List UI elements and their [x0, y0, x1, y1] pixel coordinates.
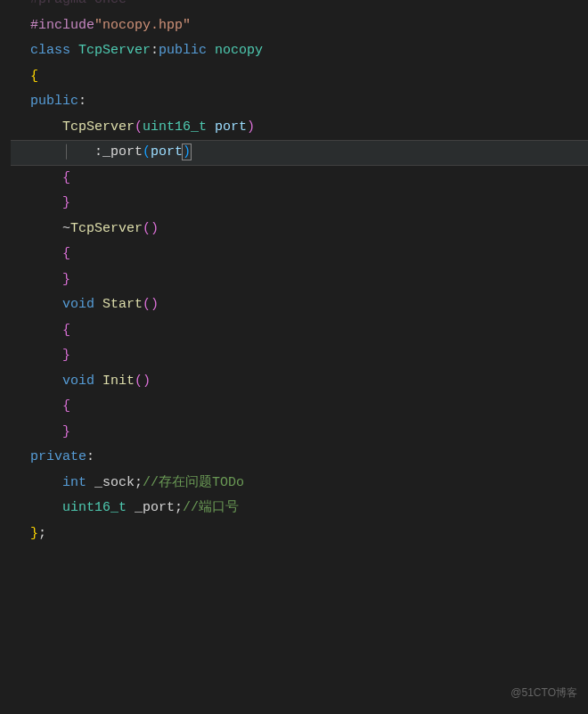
token: : — [86, 449, 94, 464]
token: _sock — [94, 475, 135, 490]
code-line[interactable]: } — [11, 343, 588, 369]
token: private — [30, 449, 86, 464]
token: ; — [38, 526, 46, 541]
code-line[interactable]: }; — [11, 521, 588, 547]
token: : — [94, 144, 102, 160]
code-line[interactable]: { — [11, 64, 588, 90]
token: { — [62, 323, 70, 338]
code-line[interactable]: class TcpServer:public nocopy — [11, 38, 588, 64]
code-line[interactable]: TcpServer(uint16_t port) — [11, 115, 588, 141]
code-line[interactable]: { — [11, 318, 588, 344]
token: #include — [30, 18, 94, 33]
token: void — [62, 297, 94, 312]
token: } — [62, 272, 70, 287]
token: ( — [135, 119, 143, 135]
token: ) — [182, 144, 192, 160]
token: class — [30, 43, 70, 58]
code-line[interactable]: #include"nocopy.hpp" — [11, 13, 588, 39]
token: ( — [143, 144, 151, 160]
token — [86, 475, 94, 490]
token: public — [159, 43, 207, 58]
token: _port — [102, 144, 143, 160]
token: } — [30, 526, 38, 541]
code-line[interactable]: { — [11, 242, 588, 267]
token: uint16_t — [143, 119, 207, 135]
token: { — [30, 69, 38, 84]
code-line[interactable]: #pragma once — [11, 0, 588, 13]
token: ) — [247, 119, 255, 135]
token: } — [62, 424, 70, 439]
code-line[interactable]: void Init() — [11, 369, 588, 395]
token: "nocopy.hpp" — [94, 18, 191, 33]
code-line[interactable]: } — [11, 191, 588, 217]
token — [207, 43, 215, 58]
token: ( — [143, 221, 151, 236]
token: void — [62, 373, 94, 389]
token: : — [151, 43, 159, 58]
watermark: @51CTO博客 — [510, 680, 577, 706]
code-line[interactable]: } — [11, 267, 588, 293]
token: { — [62, 398, 70, 414]
token: TcpServer — [70, 221, 143, 236]
token: ; — [135, 475, 143, 490]
token — [127, 500, 135, 515]
token: _port — [135, 500, 175, 515]
token: { — [62, 170, 70, 185]
code-line[interactable]: private: — [11, 445, 588, 471]
code-line[interactable]: { — [11, 394, 588, 420]
token: int — [62, 475, 86, 490]
token: ) — [151, 297, 159, 312]
token — [94, 297, 102, 312]
token: port — [151, 144, 183, 160]
token: #pragma once — [30, 0, 127, 7]
token: : — [78, 94, 86, 109]
token: Start — [102, 297, 143, 312]
token: } — [62, 348, 70, 363]
code-editor[interactable]: #pragma once#include"nocopy.hpp"class Tc… — [0, 0, 588, 546]
code-line[interactable]: int _sock;//存在问题TODo — [11, 471, 588, 497]
token: public — [30, 94, 78, 109]
code-line[interactable]: ~TcpServer() — [11, 217, 588, 242]
token: nocopy — [215, 43, 263, 58]
token: ~ — [62, 221, 70, 236]
token: TcpServer — [78, 43, 151, 58]
token: { — [62, 246, 70, 261]
code-line[interactable]: uint16_t _port;//端口号 — [11, 496, 588, 521]
code-line[interactable]: │ :_port(port) — [11, 140, 588, 166]
token: //存在问题TODo — [143, 475, 244, 490]
token: port — [215, 119, 247, 135]
token: ( — [143, 297, 151, 312]
code-line[interactable]: void Start() — [11, 292, 588, 318]
token — [94, 373, 102, 389]
token: ) — [143, 373, 151, 389]
token: TcpServer — [62, 119, 135, 135]
token — [207, 119, 215, 135]
code-line[interactable]: } — [11, 420, 588, 446]
token — [70, 43, 78, 58]
code-line[interactable]: { — [11, 166, 588, 192]
token: //端口号 — [183, 500, 239, 515]
token: } — [62, 195, 70, 210]
token: uint16_t — [62, 500, 127, 515]
token: ( — [135, 373, 143, 389]
token: ; — [175, 500, 183, 515]
token: Init — [102, 373, 135, 389]
code-line[interactable]: public: — [11, 89, 588, 115]
token: ) — [151, 221, 159, 236]
